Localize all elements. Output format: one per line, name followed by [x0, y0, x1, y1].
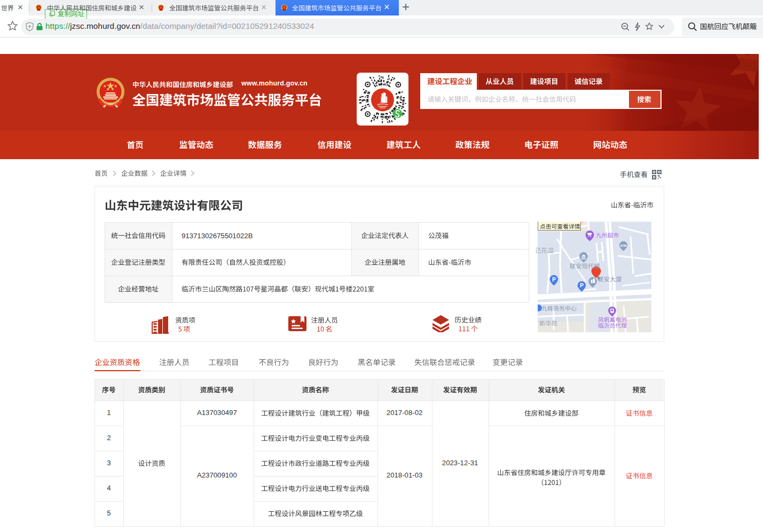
svg-text:P: P	[552, 276, 556, 283]
svg-text:ATM: ATM	[620, 244, 627, 247]
svg-text:P: P	[580, 282, 584, 288]
